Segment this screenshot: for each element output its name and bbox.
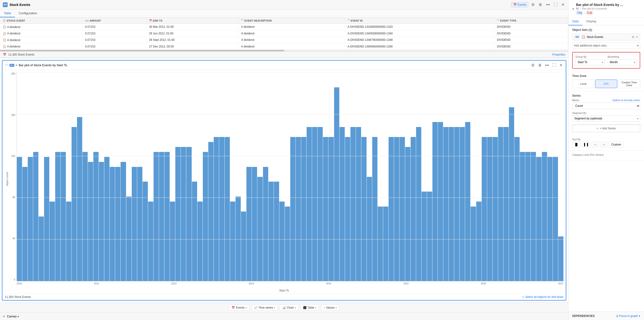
chart-bar[interactable] [154,152,159,281]
chart-bar[interactable] [192,182,197,281]
chart-bar[interactable] [460,127,465,281]
chart-expand-icon[interactable]: ⛶ [551,62,557,68]
chart-bar[interactable] [536,157,542,281]
chart-bar[interactable] [257,177,262,281]
add-series-btn[interactable]: + + Add Series [572,125,640,132]
chart-bar[interactable] [542,152,547,281]
sort-bar-chart-icon[interactable]: ▐▌ [572,142,580,147]
chart-bar[interactable] [372,137,378,281]
canvas-button[interactable]: Canvas ▾ [7,315,19,318]
chart-bar[interactable] [55,152,60,281]
chart-bar[interactable] [378,207,383,281]
metric-formula-link[interactable]: Switch to formula metric [612,99,640,102]
chart-bar[interactable] [476,202,482,281]
segment-by-select[interactable]: Segment by (optional) [572,115,640,121]
drill-down-link[interactable]: ⤡ Select all objects for drill down [522,295,564,299]
col-header-event-id[interactable]: "" EVENT ID [344,18,494,24]
sort-custom-btn[interactable]: Custom [609,142,624,147]
chart-bar[interactable] [126,197,132,281]
chart-bar[interactable] [504,127,509,281]
chart-bar[interactable] [93,152,98,281]
chart-bar[interactable] [525,152,530,281]
chart-bar[interactable] [208,142,214,281]
chart-bar[interactable] [334,87,339,281]
chart-bar[interactable] [306,127,312,281]
sidebar-tab-display[interactable]: Display [582,18,600,25]
sort-bar-chart-2-icon[interactable]: ▌▐ [582,142,590,147]
chart-bar[interactable] [181,147,186,281]
chart-bar[interactable] [438,122,443,281]
chart-bar[interactable] [492,137,498,281]
chart-toolbar-btn[interactable]: 📊 Chart ▾ [280,304,298,311]
chart-bar[interactable] [219,137,224,281]
chart-bar[interactable] [132,167,137,281]
chart-display-icon[interactable]: 🖥 [537,62,542,68]
chart-bar[interactable] [148,202,153,281]
chart-bar[interactable] [323,137,328,281]
col-header-end-ts[interactable]: 📅 END TS [146,18,238,24]
col-header-event-desc[interactable]: "" EVENT DESCRIPTION [238,18,344,24]
chart-bar[interactable] [214,137,219,281]
chart-close-icon[interactable]: ✕ [558,62,564,68]
chart-bar[interactable] [340,127,345,281]
tz-utc-btn[interactable]: UTC [595,80,617,88]
chart-bar[interactable] [22,167,28,281]
chart-bar[interactable] [241,212,246,281]
chart-bar[interactable] [318,127,323,281]
chart-bar[interactable] [498,127,503,281]
chart-bar[interactable] [263,167,268,281]
chart-bar[interactable] [405,147,410,281]
sort-desc-icon[interactable]: ↓↑ [600,142,607,147]
chart-bar[interactable] [120,162,126,281]
chart-bar[interactable] [531,152,536,281]
chart-settings-icon[interactable]: ⚙ [530,62,536,68]
close-icon[interactable]: ✕ [560,2,565,8]
events-toolbar-btn[interactable]: 📅 Events ▾ [229,304,250,311]
chart-bar[interactable] [350,127,356,281]
chart-bar[interactable] [312,127,317,281]
expand-icon[interactable]: ⛶ [553,2,558,8]
chart-bar[interactable] [197,202,202,281]
chart-bar[interactable] [487,137,492,281]
chart-bar[interactable] [558,236,564,281]
chart-bar[interactable] [252,167,257,281]
chart-bar[interactable] [553,157,558,281]
properties-link[interactable]: Properties [552,53,565,56]
chart-bar[interactable] [66,202,71,281]
chart-bar[interactable] [82,152,88,281]
time-series-toolbar-btn[interactable]: 📈 Time series ▾ [252,304,278,311]
chart-bar[interactable] [28,157,33,281]
group-by-select[interactable]: Start Ts [576,59,605,65]
tab-configuration[interactable]: Configuration [15,10,41,17]
col-header-stock-event[interactable]: 📋 STOCK EVENT [0,18,82,24]
chart-bar[interactable] [72,127,77,281]
chart-bar[interactable] [61,152,66,281]
display-icon[interactable]: 🖥 [538,2,543,8]
chart-bar[interactable] [285,207,290,281]
chart-bar[interactable] [345,137,350,281]
chart-bar[interactable] [328,137,334,281]
chart-bar[interactable] [301,137,306,281]
focus-in-graph-btn[interactable]: ◎ Focus in graph ▾ [616,314,640,318]
object-set-gear-icon[interactable]: ⚙ [632,35,634,39]
chart-bar[interactable] [410,137,416,281]
col-header-amount[interactable]: 123 AMOUNT [82,18,146,24]
values-toolbar-btn[interactable]: ≡ Values ▾ [321,304,339,311]
chart-more-icon[interactable]: ••• [544,62,550,68]
chart-bar[interactable] [17,157,22,281]
chart-bar[interactable] [443,127,448,281]
chart-bar[interactable] [44,157,49,281]
chart-bar[interactable] [400,137,405,281]
chart-bar[interactable] [175,147,180,281]
add-object-sets-btn[interactable]: Add additional object sets... ▾ [572,42,640,49]
bucketing-select[interactable]: Month [608,59,637,65]
chart-bar[interactable] [367,177,372,281]
events-button[interactable]: 📅 Events [511,2,528,7]
chart-bar[interactable] [236,197,241,281]
chart-bar[interactable] [465,122,470,281]
chart-bar[interactable] [432,122,438,281]
tab-table[interactable]: Table [0,10,15,17]
chart-bar[interactable] [470,207,476,281]
chart-bar[interactable] [159,152,164,281]
settings-icon[interactable]: ⚙ [530,2,536,8]
